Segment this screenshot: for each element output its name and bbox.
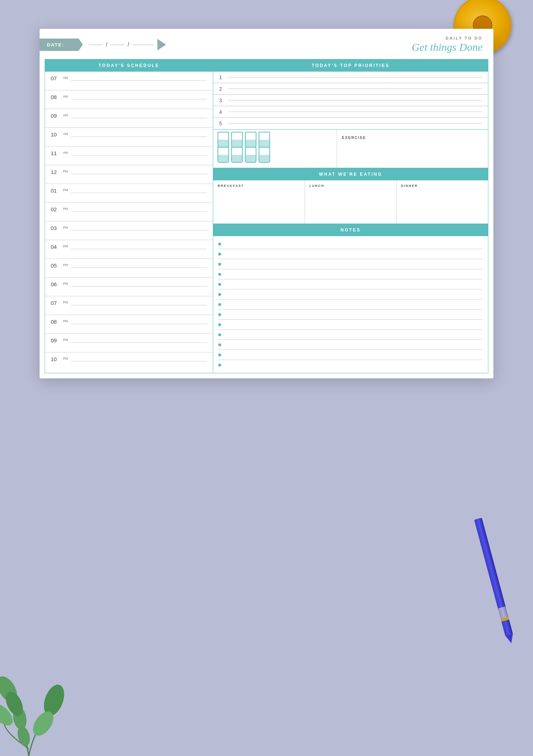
water-glass[interactable]: [218, 135, 229, 148]
time-slot[interactable]: 08 PM: [45, 315, 213, 334]
time-suffix: PM: [63, 282, 68, 285]
time-number: 10: [51, 131, 62, 138]
time-slot[interactable]: 01 PM: [45, 184, 213, 203]
water-exercise-section: EXERCISE: [213, 130, 488, 168]
time-slot[interactable]: 11 AM: [45, 147, 213, 165]
note-item[interactable]: [218, 249, 483, 259]
priority-number: 5: [219, 121, 225, 126]
time-entry-line: [71, 136, 207, 137]
note-bullet: [218, 323, 221, 326]
time-entry-line: [71, 155, 207, 156]
note-item[interactable]: [218, 279, 483, 289]
time-slot[interactable]: 09 PM: [45, 334, 213, 352]
time-suffix: PM: [63, 357, 68, 360]
note-bullet: [218, 354, 221, 356]
water-glass[interactable]: [218, 150, 229, 163]
note-item[interactable]: [218, 320, 483, 330]
time-slot[interactable]: 07 AM: [45, 72, 213, 90]
meal-column[interactable]: DINNER: [397, 180, 488, 224]
time-entry-line: [71, 324, 207, 324]
time-slot[interactable]: 09 AM: [45, 109, 213, 128]
time-slot[interactable]: 05 PM: [45, 259, 213, 278]
time-entry-line: [71, 118, 207, 118]
water-glass[interactable]: [231, 135, 243, 148]
note-item[interactable]: [218, 310, 483, 320]
note-bullet: [218, 303, 221, 306]
time-suffix: PM: [63, 301, 68, 304]
time-suffix: AM: [63, 132, 68, 136]
date-field-year[interactable]: [132, 45, 154, 45]
time-number: 03: [51, 225, 62, 231]
right-column: TODAY'S TOP PRIORITIES 1 2 3 4 5: [213, 59, 488, 373]
date-section: DATE: / /: [40, 39, 166, 51]
note-item[interactable]: [218, 259, 483, 269]
time-slot[interactable]: 07 PM: [45, 296, 213, 315]
note-item[interactable]: [218, 330, 483, 340]
notes-header: NOTES: [213, 224, 488, 236]
note-bullet: [218, 273, 221, 276]
water-glass[interactable]: [259, 135, 270, 148]
meal-label: BREAKFAST: [218, 184, 300, 188]
water-glass[interactable]: [259, 150, 270, 163]
time-slot[interactable]: 10 PM: [45, 352, 213, 371]
date-field-day[interactable]: [110, 45, 125, 45]
time-number: 01: [51, 188, 62, 194]
note-item[interactable]: [218, 289, 483, 300]
meal-column[interactable]: BREAKFAST: [213, 180, 305, 224]
note-item[interactable]: [218, 269, 483, 279]
time-suffix: PM: [63, 188, 68, 192]
time-number: 08: [51, 94, 62, 100]
time-entry-line: [71, 305, 207, 305]
meal-column[interactable]: LUNCH: [305, 180, 397, 224]
date-field-month[interactable]: [89, 45, 103, 45]
priority-number: 3: [219, 98, 225, 103]
time-number: 04: [51, 244, 62, 250]
priority-entry-line: [228, 112, 482, 112]
note-item[interactable]: [218, 300, 483, 310]
time-slot[interactable]: 04 PM: [45, 240, 213, 259]
note-item[interactable]: [218, 360, 483, 370]
time-slot[interactable]: 06 PM: [45, 278, 213, 296]
water-glass[interactable]: [245, 150, 256, 163]
note-item[interactable]: [218, 239, 483, 249]
date-fields[interactable]: / /: [89, 41, 154, 48]
planner-header: DATE: / / DAILY TO DO Get things Done: [40, 29, 493, 59]
priority-number: 4: [219, 109, 225, 115]
priorities-section: TODAY'S TOP PRIORITIES 1 2 3 4 5: [213, 59, 488, 130]
note-item[interactable]: [218, 340, 483, 350]
time-number: 12: [51, 169, 62, 175]
time-slot[interactable]: 08 AM: [45, 90, 213, 109]
time-number: 07: [51, 75, 62, 81]
water-row-1: [218, 135, 332, 148]
water-row-2: [218, 150, 332, 163]
time-suffix: AM: [63, 76, 68, 80]
header-right: DAILY TO DO Get things Done: [412, 36, 483, 53]
date-label: DATE:: [40, 39, 83, 51]
time-slot[interactable]: 02 PM: [45, 203, 213, 221]
priority-item[interactable]: 5: [213, 118, 488, 129]
note-bullet: [218, 313, 221, 316]
note-bullet: [218, 293, 221, 296]
priority-item[interactable]: 4: [213, 106, 488, 118]
priority-item[interactable]: 2: [213, 83, 488, 95]
priority-entry-line: [228, 100, 482, 100]
note-bullet: [218, 263, 221, 266]
planner-container: DATE: / / DAILY TO DO Get things Done TO…: [40, 29, 493, 378]
priority-item[interactable]: 3: [213, 95, 488, 106]
time-slot[interactable]: 03 PM: [45, 221, 213, 240]
meals-grid: BREAKFASTLUNCHDINNER: [213, 180, 488, 224]
time-entry-line: [71, 342, 207, 343]
water-glass[interactable]: [231, 150, 243, 163]
time-number: 07: [51, 300, 62, 306]
water-section: [213, 130, 337, 168]
notes-list: [213, 236, 488, 373]
priority-item[interactable]: 1: [213, 72, 488, 83]
water-glass[interactable]: [245, 135, 256, 148]
time-slot[interactable]: 12 PM: [45, 165, 213, 184]
note-item[interactable]: [218, 350, 483, 360]
pen-decoration: [473, 517, 513, 631]
time-slot[interactable]: 10 AM: [45, 128, 213, 147]
time-suffix: AM: [63, 151, 68, 154]
time-suffix: PM: [63, 263, 68, 267]
priority-entry-line: [228, 89, 482, 89]
